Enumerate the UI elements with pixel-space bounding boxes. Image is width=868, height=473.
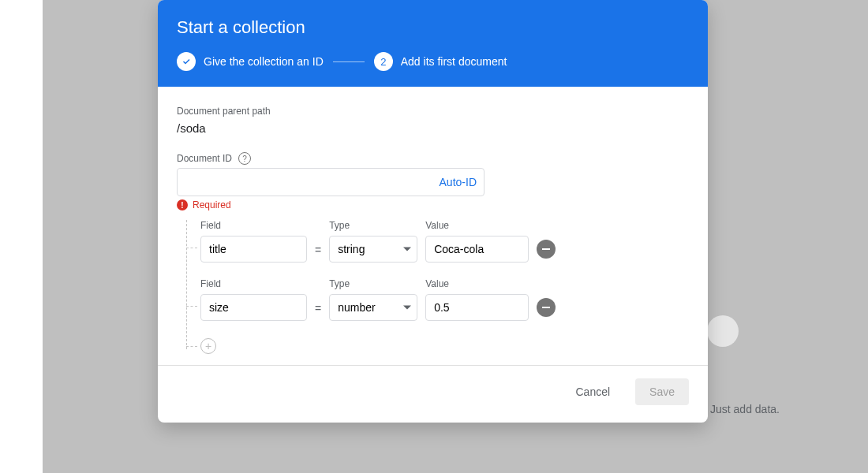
dialog-header: Start a collection Give the collection a… (158, 0, 708, 87)
document-id-label-row: Document ID ? (177, 152, 689, 165)
error-text: Required (193, 199, 231, 210)
dialog-title: Start a collection (177, 17, 689, 38)
col-field-label: Field (200, 278, 307, 289)
error-icon: ! (177, 199, 188, 210)
col-type-label: Type (329, 220, 417, 231)
tree-line (186, 220, 187, 349)
stepper: Give the collection an ID 2 Add its firs… (177, 52, 689, 71)
field-row-1: Field = Type Value (200, 278, 689, 321)
parent-path-label: Document parent path (177, 106, 689, 117)
col-field-label: Field (200, 220, 307, 231)
field-type-select[interactable] (329, 236, 417, 263)
field-value-input[interactable] (425, 236, 529, 263)
step-connector (333, 61, 365, 62)
field-row-0: Field = Type Value (200, 220, 689, 263)
field-value-input[interactable] (425, 294, 529, 321)
parent-path-value: /soda (177, 121, 689, 135)
fields-container: Field = Type Value (177, 220, 689, 359)
field-name-input[interactable] (200, 236, 307, 263)
minus-icon (542, 248, 550, 250)
col-value-label: Value (425, 278, 529, 289)
dialog-body: Document parent path /soda Document ID ?… (158, 87, 708, 365)
field-name-input[interactable] (200, 294, 307, 321)
document-id-error: ! Required (177, 199, 689, 210)
add-field-button[interactable]: + (200, 338, 216, 354)
add-field-row: + (200, 337, 689, 359)
help-icon[interactable]: ? (238, 152, 251, 165)
document-id-input[interactable] (177, 168, 485, 196)
equals-sign: = (315, 302, 321, 321)
col-value-label: Value (425, 220, 529, 231)
col-type-label: Type (329, 278, 417, 289)
start-collection-dialog: Start a collection Give the collection a… (158, 0, 708, 423)
bg-hint-text: Just add data. (710, 403, 780, 415)
left-gutter (0, 0, 43, 473)
auto-id-button[interactable]: Auto-ID (440, 168, 477, 196)
remove-field-button[interactable] (537, 298, 556, 317)
dialog-footer: Cancel Save (158, 365, 708, 423)
document-id-label: Document ID (177, 153, 232, 164)
step-1: Give the collection an ID (177, 52, 324, 71)
step-2-badge: 2 (374, 52, 393, 71)
check-icon (177, 52, 196, 71)
step-1-label: Give the collection an ID (204, 55, 324, 68)
save-button[interactable]: Save (635, 378, 689, 405)
cancel-button[interactable]: Cancel (563, 378, 623, 405)
field-type-select[interactable] (329, 294, 417, 321)
minus-icon (542, 307, 550, 308)
remove-field-button[interactable] (537, 240, 556, 259)
plus-icon: + (205, 341, 211, 352)
bg-illustration (707, 315, 739, 347)
step-2: 2 Add its first document (374, 52, 507, 71)
document-id-field: Auto-ID (177, 168, 485, 196)
step-2-label: Add its first document (401, 55, 507, 68)
equals-sign: = (315, 244, 321, 263)
